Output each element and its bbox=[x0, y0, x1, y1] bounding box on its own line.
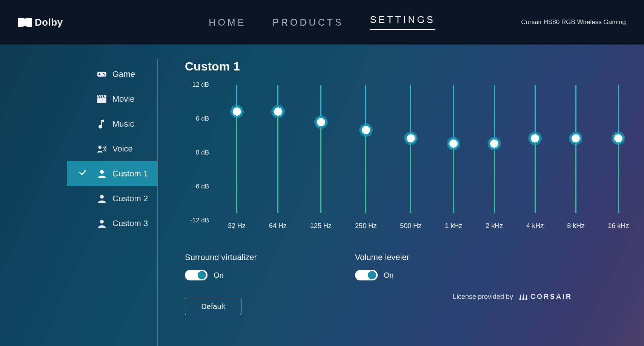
eq-freq-label: 4 kHz bbox=[526, 222, 544, 230]
sidebar-item-label: Custom 3 bbox=[112, 219, 148, 228]
voice-icon bbox=[97, 145, 106, 153]
eq-slider-thumb[interactable] bbox=[315, 116, 327, 128]
license-text: License provided by bbox=[453, 293, 513, 301]
nav-home[interactable]: HOME bbox=[209, 17, 246, 28]
eq-freq-label: 1 kHz bbox=[445, 222, 462, 230]
check-icon bbox=[78, 168, 87, 179]
eq-slider[interactable] bbox=[320, 85, 321, 213]
sidebar-item-music[interactable]: Music bbox=[67, 112, 157, 136]
eq-bands: 32 Hz64 Hz125 Hz250 Hz500 Hz1 kHz2 kHz4 … bbox=[228, 85, 629, 230]
eq-freq-label: 250 Hz bbox=[355, 222, 377, 230]
eq-slider[interactable] bbox=[453, 85, 454, 213]
svg-point-11 bbox=[100, 195, 104, 199]
surround-toggle[interactable] bbox=[185, 270, 207, 280]
nav-products[interactable]: PRODUCTS bbox=[272, 17, 343, 28]
eq-band: 4 kHz bbox=[526, 85, 544, 230]
person-icon bbox=[97, 219, 106, 228]
svg-point-4 bbox=[104, 74, 105, 75]
svg-point-12 bbox=[100, 220, 104, 224]
sidebar-item-label: Custom 2 bbox=[112, 194, 148, 204]
sidebar-item-label: Voice bbox=[112, 144, 133, 154]
sidebar-item-label: Custom 1 bbox=[112, 169, 148, 179]
primary-nav: HOME PRODUCTS SETTINGS bbox=[209, 14, 435, 30]
person-icon bbox=[97, 170, 106, 178]
surround-label: Surround virtualizer bbox=[185, 253, 257, 262]
eq-slider[interactable] bbox=[618, 85, 619, 213]
eq-slider-thumb[interactable] bbox=[272, 106, 284, 117]
music-icon bbox=[97, 119, 106, 129]
eq-slider[interactable] bbox=[410, 85, 411, 213]
eq-freq-label: 32 Hz bbox=[228, 222, 246, 230]
leveler-label: Volume leveler bbox=[355, 253, 409, 262]
sidebar-item-voice[interactable]: Voice bbox=[67, 136, 157, 161]
eq-slider-thumb[interactable] bbox=[360, 124, 372, 136]
svg-point-9 bbox=[98, 145, 102, 149]
eq-y-tick: 12 dB bbox=[185, 81, 209, 89]
sidebar-item-custom-3[interactable]: Custom 3 bbox=[67, 211, 157, 236]
eq-freq-label: 16 kHz bbox=[608, 222, 629, 230]
eq-slider[interactable] bbox=[535, 85, 536, 213]
eq-slider-thumb[interactable] bbox=[489, 138, 500, 149]
main-panel: Custom 1 12 dB 6 dB 0 dB -6 dB -12 dB 32… bbox=[158, 60, 644, 346]
sidebar-item-custom-1[interactable]: Custom 1 bbox=[67, 161, 157, 186]
svg-rect-2 bbox=[98, 74, 101, 75]
sidebar-item-game[interactable]: Game bbox=[67, 62, 157, 87]
eq-band: 125 Hz bbox=[310, 85, 332, 230]
eq-band: 1 kHz bbox=[445, 85, 462, 230]
svg-point-8 bbox=[98, 125, 102, 129]
eq-slider-thumb[interactable] bbox=[231, 106, 243, 117]
corsair-sails-icon bbox=[518, 293, 528, 301]
eq-freq-label: 64 Hz bbox=[269, 222, 287, 230]
eq-slider-thumb[interactable] bbox=[529, 133, 541, 144]
license-footer: License provided by CORSAIR bbox=[453, 293, 572, 301]
sidebar-item-label: Music bbox=[112, 119, 134, 129]
svg-rect-5 bbox=[97, 98, 106, 103]
sidebar-item-label: Game bbox=[112, 69, 135, 79]
eq-slider-thumb[interactable] bbox=[448, 138, 459, 149]
dolby-logo: Dolby bbox=[18, 17, 63, 28]
eq-slider-thumb[interactable] bbox=[405, 133, 417, 144]
svg-point-10 bbox=[100, 170, 104, 174]
gamepad-icon bbox=[97, 71, 106, 78]
eq-y-tick: 6 dB bbox=[185, 115, 209, 122]
content: Game Movie Music Voice bbox=[0, 44, 644, 346]
eq-y-tick: 0 dB bbox=[185, 149, 209, 156]
eq-freq-label: 500 Hz bbox=[400, 222, 421, 230]
eq-slider[interactable] bbox=[236, 85, 237, 213]
default-button[interactable]: Default bbox=[185, 298, 241, 315]
app-header: Dolby HOME PRODUCTS SETTINGS Corsair HS8… bbox=[0, 0, 644, 44]
sidebar-item-movie[interactable]: Movie bbox=[67, 87, 157, 112]
sidebar-item-custom-2[interactable]: Custom 2 bbox=[67, 186, 157, 211]
eq-band: 500 Hz bbox=[400, 85, 421, 230]
person-icon bbox=[97, 194, 106, 203]
eq-freq-label: 125 Hz bbox=[310, 222, 332, 230]
eq-slider-thumb[interactable] bbox=[570, 133, 581, 144]
leveler-group: Volume leveler On bbox=[355, 253, 409, 280]
eq-slider[interactable] bbox=[365, 85, 366, 213]
profile-sidebar: Game Movie Music Voice bbox=[67, 60, 158, 346]
leveler-toggle[interactable] bbox=[355, 270, 378, 280]
nav-settings[interactable]: SETTINGS bbox=[370, 14, 435, 30]
eq-band: 2 kHz bbox=[486, 85, 503, 230]
eq-y-tick: -6 dB bbox=[185, 183, 209, 190]
dolby-logo-icon bbox=[18, 18, 32, 27]
eq-band: 8 kHz bbox=[567, 85, 584, 230]
eq-slider[interactable] bbox=[277, 85, 278, 213]
eq-slider[interactable] bbox=[494, 85, 495, 213]
eq-y-tick: -12 dB bbox=[185, 217, 209, 224]
corsair-name: CORSAIR bbox=[530, 293, 572, 301]
current-device-label: Corsair HS80 RGB Wireless Gaming bbox=[521, 18, 626, 26]
eq-freq-label: 8 kHz bbox=[567, 222, 584, 230]
eq-band: 64 Hz bbox=[269, 85, 287, 230]
surround-state: On bbox=[214, 271, 224, 280]
eq-y-axis: 12 dB 6 dB 0 dB -6 dB -12 dB bbox=[185, 85, 209, 220]
dolby-logo-text: Dolby bbox=[35, 17, 63, 28]
equalizer: 12 dB 6 dB 0 dB -6 dB -12 dB 32 Hz64 Hz1… bbox=[185, 85, 644, 230]
clapper-icon bbox=[97, 95, 106, 103]
eq-slider[interactable] bbox=[575, 85, 576, 213]
sidebar-item-label: Movie bbox=[112, 94, 135, 104]
eq-band: 16 kHz bbox=[608, 85, 629, 230]
eq-slider-thumb[interactable] bbox=[613, 133, 624, 144]
eq-band: 32 Hz bbox=[228, 85, 246, 230]
corsair-logo: CORSAIR bbox=[518, 293, 572, 301]
